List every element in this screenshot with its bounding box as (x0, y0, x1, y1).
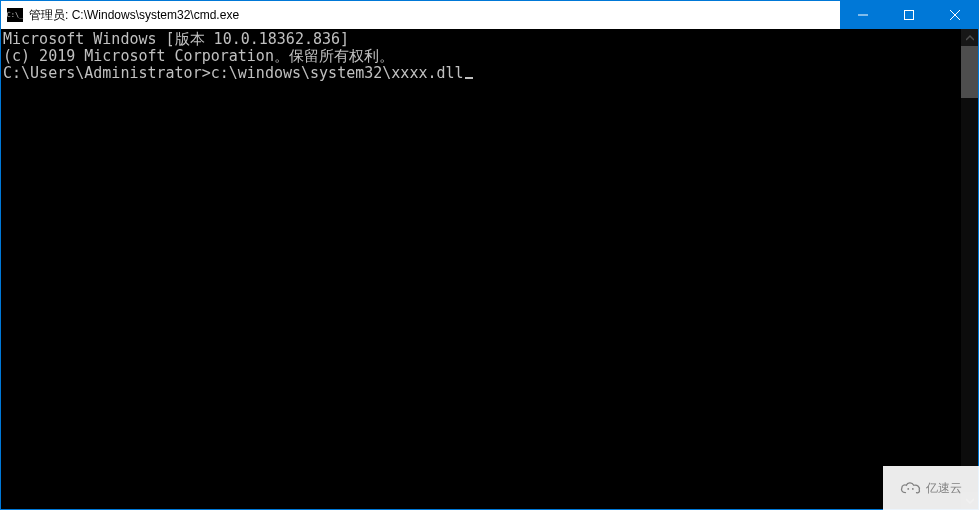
window-title: 管理员: C:\Windows\system32\cmd.exe (29, 7, 840, 24)
output-line: Microsoft Windows [版本 10.0.18362.836] (3, 31, 961, 48)
titlebar[interactable]: 管理员: C:\Windows\system32\cmd.exe (1, 1, 978, 29)
prompt: C:\Users\Administrator> (3, 64, 211, 82)
cmd-icon (7, 8, 23, 22)
scroll-up-button[interactable] (961, 29, 978, 46)
vertical-scrollbar[interactable] (961, 29, 978, 509)
cmd-window: 管理员: C:\Windows\system32\cmd.exe Microso… (0, 0, 979, 510)
svg-rect-1 (905, 11, 914, 20)
chevron-down-icon (966, 497, 974, 505)
minimize-icon (858, 10, 868, 20)
output-line: (c) 2019 Microsoft Corporation。保留所有权利。 (3, 48, 961, 65)
window-controls (840, 1, 978, 29)
prompt-line: C:\Users\Administrator>c:\windows\system… (3, 65, 961, 82)
terminal-output[interactable]: Microsoft Windows [版本 10.0.18362.836](c)… (1, 29, 961, 509)
command-input[interactable]: c:\windows\system32\xxxx.dll (211, 64, 464, 82)
maximize-icon (904, 10, 914, 20)
terminal-area: Microsoft Windows [版本 10.0.18362.836](c)… (1, 29, 978, 509)
scroll-down-button[interactable] (961, 492, 978, 509)
close-button[interactable] (932, 1, 978, 29)
minimize-button[interactable] (840, 1, 886, 29)
cursor (465, 77, 473, 79)
scroll-thumb[interactable] (961, 46, 978, 98)
close-icon (950, 10, 960, 20)
maximize-button[interactable] (886, 1, 932, 29)
chevron-up-icon (966, 34, 974, 42)
